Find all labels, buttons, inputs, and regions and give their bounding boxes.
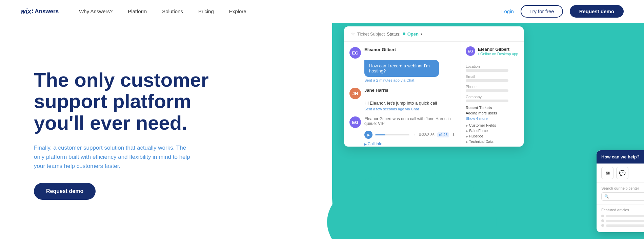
sidebar-phone: Phone: [466, 85, 519, 92]
chat-plain-2: Hi Eleanor, let's jump into a quick call: [364, 101, 455, 106]
sidebar-email: Email: [466, 74, 519, 82]
company-value: [466, 100, 508, 102]
sidebar-company: Company: [466, 95, 519, 102]
hero-title: The only customer support platform you'l…: [34, 69, 210, 134]
chevron-down-icon[interactable]: ▾: [421, 32, 422, 36]
article-bar-3: [606, 224, 644, 227]
arrow-icon: →: [412, 132, 416, 137]
ticket-item: Adding more users: [466, 111, 519, 115]
sender-name-2: Jane Harris: [364, 88, 388, 93]
call-recording: ▶ → 0:33/3:36 x1.25 ⬇: [364, 131, 455, 139]
articles-label: Featured articles: [601, 208, 644, 212]
chat-widget-header: How can we help?: [597, 150, 644, 164]
phone-value: [466, 89, 508, 92]
try-button[interactable]: Try for free: [521, 5, 563, 18]
avatar-eleanor: EG: [349, 47, 361, 59]
article-bar-2: [606, 220, 644, 222]
sidebar-online-status: Online on Desktop app: [478, 52, 518, 56]
chat-widget: How can we help? ✉ 💬 Search our help cen…: [597, 150, 644, 232]
sender-name-1: Eleanor Gilbert: [364, 47, 396, 52]
sidebar-avatar: EG: [466, 46, 475, 56]
answers-wordmark: Answers: [35, 8, 59, 15]
chat-widget-search: Search our help center 🔍: [597, 183, 644, 204]
article-item-3: [601, 224, 644, 227]
call-text: Eleanor Gilbert was on a call with Jane …: [364, 116, 455, 126]
ticket-chat: EG Eleanor Gilbert How can I record a we…: [344, 42, 461, 147]
email-label: Email: [466, 74, 519, 79]
chat-user-1: EG Eleanor Gilbert: [349, 47, 455, 59]
sidebar-location: Location: [466, 64, 519, 72]
star-icon: ☆: [351, 31, 355, 37]
request-demo-button[interactable]: Request demo: [570, 5, 624, 18]
main-content: The only customer support platform you'l…: [0, 23, 644, 239]
play-icon: ▶: [367, 133, 370, 137]
nav-right: Login Try for free Request demo: [501, 5, 624, 18]
navbar: wix Answers Why Answers? Platform Soluti…: [0, 0, 644, 23]
search-icon: 🔍: [604, 194, 609, 199]
article-item-1: [601, 215, 644, 217]
ticket-panel: ☆ Ticket Subject Status: Open ▾: [344, 26, 524, 147]
chat-meta-1: Sent a 2 minutes ago via Chat: [364, 78, 455, 82]
sidebar-user-name: Eleanor Gilbert: [478, 47, 518, 52]
wix-wordmark: wix: [20, 7, 31, 15]
search-box[interactable]: 🔍: [601, 192, 644, 201]
hubspot-section[interactable]: Hubspot: [466, 134, 519, 138]
email-value: [466, 79, 508, 82]
article-bar-1: [606, 215, 644, 217]
chat-message-2: JH Jane Harris Hi Eleanor, let's jump in…: [349, 88, 455, 111]
nav-pricing[interactable]: Pricing: [198, 8, 214, 14]
chat-message-1: EG Eleanor Gilbert How can I record a we…: [349, 47, 455, 82]
avatar-eleanor-2: EG: [349, 116, 361, 128]
phone-label: Phone: [466, 85, 519, 89]
chat-meta-2: Sent a few seconds ago via Chat: [364, 107, 455, 111]
login-button[interactable]: Login: [501, 8, 514, 14]
email-channel-icon[interactable]: ✉: [601, 167, 613, 179]
status-value: Open: [407, 31, 419, 37]
logo[interactable]: wix Answers: [20, 7, 59, 15]
salesforce-section[interactable]: SalesForce: [466, 129, 519, 133]
article-dot-1: [601, 215, 604, 217]
status-indicator: [403, 32, 405, 35]
call-info-link[interactable]: Call info: [364, 142, 455, 146]
chat-widget-articles: Featured articles: [597, 204, 644, 232]
status-label: Status:: [387, 31, 400, 37]
show-more-link[interactable]: Show 4 more: [466, 116, 519, 121]
chat-user-2: JH Jane Harris: [349, 88, 455, 99]
ticket-subject-label: Ticket Subject: [357, 31, 385, 37]
recent-tickets-label: Recent Tickets: [466, 106, 519, 110]
article-dot-3: [601, 224, 604, 227]
avatar-jane: JH: [349, 88, 361, 99]
customer-fields-section[interactable]: Customer Fields: [466, 123, 519, 127]
audio-progress-bar[interactable]: [375, 134, 409, 135]
logo-dots: [32, 9, 33, 13]
nav-platform[interactable]: Platform: [128, 8, 147, 14]
nav-why-answers[interactable]: Why Answers?: [79, 8, 113, 14]
nav-explore[interactable]: Explore: [229, 8, 246, 14]
speed-badge: x1.25: [437, 132, 449, 137]
location-label: Location: [466, 64, 519, 68]
chat-message-3: EG Eleanor Gilbert was on a call with Ja…: [349, 116, 455, 146]
technical-data-section[interactable]: Technical Data: [466, 139, 519, 144]
ticket-sidebar: EG Eleanor Gilbert Online on Desktop app…: [461, 42, 524, 147]
chat-widget-channel-icons: ✉ 💬: [597, 164, 644, 183]
sidebar-user-details: Eleanor Gilbert Online on Desktop app: [478, 47, 518, 56]
ticket-status: Status: Open ▾: [387, 31, 422, 37]
play-button[interactable]: ▶: [364, 131, 373, 139]
audio-time: 0:33/3:36: [419, 133, 435, 137]
article-item-2: [601, 219, 644, 222]
audio-fill: [375, 134, 385, 135]
sidebar-user-info: EG Eleanor Gilbert Online on Desktop app: [466, 46, 519, 60]
hero-subtitle: Finally, a customer support solution tha…: [34, 143, 197, 171]
location-value: [466, 69, 508, 72]
hero-right: ☆ Ticket Subject Status: Open ▾: [354, 23, 644, 239]
ticket-body: EG Eleanor Gilbert How can I record a we…: [344, 42, 524, 147]
chat-channel-icon[interactable]: 💬: [616, 167, 628, 179]
chat-user-3: EG Eleanor Gilbert was on a call with Ja…: [349, 116, 455, 128]
hero-left: The only customer support platform you'l…: [0, 23, 354, 239]
nav-links: Why Answers? Platform Solutions Pricing …: [79, 8, 501, 14]
company-label: Company: [466, 95, 519, 99]
nav-solutions[interactable]: Solutions: [162, 8, 183, 14]
search-label: Search our help center: [601, 186, 644, 190]
download-icon[interactable]: ⬇: [452, 132, 455, 137]
hero-cta-button[interactable]: Request demo: [34, 183, 96, 200]
